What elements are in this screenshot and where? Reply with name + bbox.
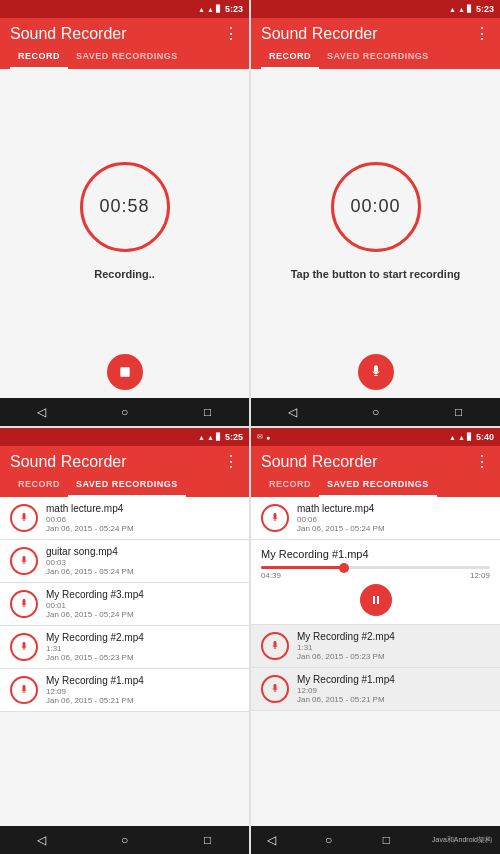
menu-icon-3[interactable]: ⋮: [223, 452, 239, 471]
tab-record-4[interactable]: RECORD: [261, 475, 319, 497]
list-item[interactable]: math lecture.mp4 00:06 Jan 06, 2015 - 05…: [251, 497, 500, 540]
tab-saved-1[interactable]: SAVED RECORDINGS: [68, 47, 186, 69]
rec-info: My Recording #2.mp4 1:31 Jan 06, 2015 - …: [297, 631, 490, 661]
app-title-4: Sound Recorder: [261, 453, 378, 471]
tab-record-2[interactable]: RECORD: [261, 47, 319, 69]
list-item[interactable]: guitar song.mp4 00:03 Jan 06, 2015 - 05:…: [0, 540, 249, 583]
record-button-2[interactable]: [358, 354, 394, 390]
toolbar-3: Sound Recorder ⋮ RECORD SAVED RECORDINGS: [0, 446, 249, 497]
tab-record-1[interactable]: RECORD: [10, 47, 68, 69]
panel-top-left: ▲ ▲ ▊ 5:23 Sound Recorder ⋮ RECORD SAVED…: [0, 0, 249, 426]
timer-display-1: 00:58: [99, 196, 149, 217]
tab-saved-3[interactable]: SAVED RECORDINGS: [68, 475, 186, 497]
nav-bar-1: ◁ ○ □: [0, 398, 249, 426]
back-btn-2[interactable]: ◁: [281, 400, 305, 424]
status-bar-4: ✉ ● ▲ ▲ ▊ 5:40: [251, 428, 500, 446]
watermark-text: Java和Android架构: [432, 835, 492, 845]
recent-btn-1[interactable]: □: [196, 400, 220, 424]
battery-icon-2: ▊: [467, 5, 472, 13]
list-item[interactable]: My Recording #2.mp4 1:31 Jan 06, 2015 - …: [0, 626, 249, 669]
list-item[interactable]: math lecture.mp4 00:06 Jan 06, 2015 - 05…: [0, 497, 249, 540]
back-btn-3[interactable]: ◁: [30, 828, 54, 852]
status-time-3: 5:25: [225, 432, 243, 442]
battery-icon-4: ▊: [467, 433, 472, 441]
recording-status-2: Tap the button to start recording: [291, 268, 461, 280]
home-btn-4[interactable]: ○: [317, 828, 341, 852]
recordings-list-3: math lecture.mp4 00:06 Jan 06, 2015 - 05…: [0, 497, 249, 826]
watermark-bar: ◁ ○ □ Java和Android架构: [251, 826, 500, 854]
pause-button[interactable]: [360, 584, 392, 616]
svg-rect-1: [373, 596, 375, 604]
playback-slider[interactable]: 04:39 12:09: [261, 566, 490, 580]
status-time-4: 5:40: [476, 432, 494, 442]
menu-icon-2[interactable]: ⋮: [474, 24, 490, 43]
nav-bar-2: ◁ ○ □: [251, 398, 500, 426]
signal-icon-4: ▲: [449, 434, 456, 441]
rec-info: math lecture.mp4 00:06 Jan 06, 2015 - 05…: [297, 503, 490, 533]
back-btn-4[interactable]: ◁: [259, 828, 283, 852]
list-item[interactable]: My Recording #3.mp4 00:01 Jan 06, 2015 -…: [0, 583, 249, 626]
status-icons-2: ▲ ▲ ▊: [449, 5, 472, 13]
home-btn-1[interactable]: ○: [113, 400, 137, 424]
recordings-list-4: math lecture.mp4 00:06 Jan 06, 2015 - 05…: [251, 497, 500, 826]
recent-btn-3[interactable]: □: [196, 828, 220, 852]
rec-icon: [261, 632, 289, 660]
playback-thumb: [339, 563, 349, 573]
rec-icon: [10, 547, 38, 575]
tabs-1: RECORD SAVED RECORDINGS: [10, 47, 239, 69]
playback-card: My Recording #1.mp4 04:39 12:09: [251, 540, 500, 625]
record-content-1: 00:58 Recording..: [0, 69, 249, 398]
status-icons-4: ▲ ▲ ▊: [449, 433, 472, 441]
svg-rect-2: [377, 596, 379, 604]
recent-btn-2[interactable]: □: [447, 400, 471, 424]
notification-icon: ●: [266, 434, 270, 441]
app-title-1: Sound Recorder: [10, 25, 127, 43]
tabs-4: RECORD SAVED RECORDINGS: [261, 475, 490, 497]
email-icon: ✉: [257, 433, 263, 441]
total-time: 12:09: [470, 571, 490, 580]
status-bar-3: ▲ ▲ ▊ 5:25: [0, 428, 249, 446]
tabs-3: RECORD SAVED RECORDINGS: [10, 475, 239, 497]
recent-btn-4[interactable]: □: [374, 828, 398, 852]
app-title-2: Sound Recorder: [261, 25, 378, 43]
playback-track: [261, 566, 490, 569]
panel-bottom-right: ✉ ● ▲ ▲ ▊ 5:40 Sound Recorder ⋮ RECORD S…: [251, 428, 500, 854]
app-title-3: Sound Recorder: [10, 453, 127, 471]
stop-button-1[interactable]: [107, 354, 143, 390]
rec-info: My Recording #3.mp4 00:01 Jan 06, 2015 -…: [46, 589, 239, 619]
panel-bottom-left: ▲ ▲ ▊ 5:25 Sound Recorder ⋮ RECORD SAVED…: [0, 428, 249, 854]
home-btn-2[interactable]: ○: [364, 400, 388, 424]
wifi-icon-4: ▲: [458, 434, 465, 441]
timer-display-2: 00:00: [350, 196, 400, 217]
panel-top-right: ▲ ▲ ▊ 5:23 Sound Recorder ⋮ RECORD SAVED…: [251, 0, 500, 426]
rec-icon: [10, 676, 38, 704]
rec-icon: [261, 675, 289, 703]
tab-saved-2[interactable]: SAVED RECORDINGS: [319, 47, 437, 69]
battery-icon-3: ▊: [216, 433, 221, 441]
status-time-2: 5:23: [476, 4, 494, 14]
rec-icon: [261, 504, 289, 532]
tabs-2: RECORD SAVED RECORDINGS: [261, 47, 490, 69]
toolbar-4: Sound Recorder ⋮ RECORD SAVED RECORDINGS: [251, 446, 500, 497]
list-item[interactable]: My Recording #2.mp4 1:31 Jan 06, 2015 - …: [251, 625, 500, 668]
rec-info: guitar song.mp4 00:03 Jan 06, 2015 - 05:…: [46, 546, 239, 576]
list-item[interactable]: My Recording #1.mp4 12:09 Jan 06, 2015 -…: [0, 669, 249, 712]
svg-rect-0: [120, 367, 129, 376]
menu-icon-4[interactable]: ⋮: [474, 452, 490, 471]
status-time-1: 5:23: [225, 4, 243, 14]
tab-record-3[interactable]: RECORD: [10, 475, 68, 497]
status-bar-2: ▲ ▲ ▊ 5:23: [251, 0, 500, 18]
status-bar-1: ▲ ▲ ▊ 5:23: [0, 0, 249, 18]
home-btn-3[interactable]: ○: [113, 828, 137, 852]
list-item[interactable]: My Recording #1.mp4 12:09 Jan 06, 2015 -…: [251, 668, 500, 711]
rec-icon: [10, 633, 38, 661]
timer-circle-2: 00:00: [331, 162, 421, 252]
toolbar-1: Sound Recorder ⋮ RECORD SAVED RECORDINGS: [0, 18, 249, 69]
back-btn-1[interactable]: ◁: [30, 400, 54, 424]
tab-saved-4[interactable]: SAVED RECORDINGS: [319, 475, 437, 497]
playback-title: My Recording #1.mp4: [261, 548, 490, 560]
playback-progress: [261, 566, 341, 569]
toolbar-2: Sound Recorder ⋮ RECORD SAVED RECORDINGS: [251, 18, 500, 69]
rec-icon: [10, 590, 38, 618]
menu-icon-1[interactable]: ⋮: [223, 24, 239, 43]
